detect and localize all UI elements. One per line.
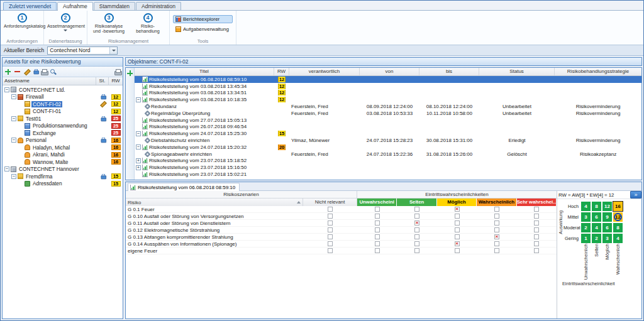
checkbox[interactable] (328, 220, 333, 226)
risk-table-row[interactable]: Risikofeststellung vom 03.08.2018 10:18:… (135, 96, 641, 103)
column-rw[interactable]: RW (109, 77, 123, 85)
scenario-row[interactable]: G 0.13 Abfangen kompromittierender Strah… (126, 234, 557, 241)
risk-table-row[interactable]: Risikofeststellung vom 27.07.2018 15:05:… (135, 117, 641, 124)
checkbox[interactable] (534, 214, 539, 219)
column-nicht-relevant[interactable]: Nicht relevant (303, 199, 357, 206)
search-icon[interactable] (50, 68, 56, 75)
risikoanalyse-button[interactable]: 3 Risikoanalyse und -bewertung (91, 13, 127, 37)
asset-tree-row[interactable]: CONTECHNET Ltd. (3, 86, 123, 94)
checkbox[interactable] (534, 207, 539, 212)
risk-table-row[interactable]: Risikofeststellung vom 24.07.2018 15:20:… (135, 144, 641, 151)
checkbox[interactable] (494, 248, 499, 253)
combo-dropdown-button[interactable] (109, 47, 117, 54)
checkbox[interactable] (375, 248, 380, 253)
asset-tree-row[interactable]: CONT-FI-0112 (3, 108, 123, 116)
tab-zuletzt-verwendet[interactable]: Zuletzt verwendet (3, 2, 57, 11)
risk-table-row[interactable]: Risikofeststellung vom 23.07.2018 15:16:… (135, 164, 641, 171)
column-moeglich[interactable]: Möglich (437, 199, 477, 206)
assetmanagement-button[interactable]: 2 Assetmanagement (47, 13, 84, 37)
checkbox[interactable] (414, 227, 419, 232)
checkbox[interactable] (375, 227, 380, 232)
add-icon[interactable] (126, 70, 133, 77)
matrix-cell[interactable]: 6 (591, 212, 602, 222)
matrix-cell[interactable]: 16 (613, 201, 623, 212)
checkbox[interactable] (328, 227, 333, 232)
checkbox[interactable] (328, 214, 333, 219)
checkbox[interactable] (455, 241, 460, 246)
column-selten[interactable]: Selten (397, 199, 436, 206)
risk-table-row[interactable]: Spionageabwehr einrichtenFeuerstein, Fre… (135, 151, 641, 158)
lock-icon[interactable] (33, 69, 38, 75)
checkbox[interactable] (414, 234, 419, 239)
anforderungskatalog-button[interactable]: 1 Anforderungskatalog (4, 13, 40, 37)
tab-stammdaten[interactable]: Stammdaten (94, 2, 135, 11)
matrix-cell[interactable]: 4 (580, 201, 591, 212)
asset-tree-row[interactable]: Exchange25 (3, 129, 123, 137)
risk-table-row[interactable]: Risikofeststellung vom 26.07.2018 09:46:… (135, 124, 641, 131)
column-bis[interactable]: bis (419, 68, 479, 75)
risk-table-row[interactable]: Risikofeststellung vom 23.07.2018 15:02:… (135, 171, 641, 178)
matrix-cell[interactable]: 3 (580, 212, 591, 222)
asset-tree-row[interactable]: Personal16 (3, 137, 123, 144)
checkbox[interactable] (414, 220, 419, 226)
checkbox[interactable] (414, 214, 419, 219)
checkbox[interactable] (328, 241, 333, 246)
area-combobox[interactable]: Contechnet Nord (47, 46, 118, 55)
tab-administration[interactable]: Administration (136, 2, 181, 11)
column-unwahrscheinlich[interactable]: Unwahrscheinl (357, 199, 397, 206)
checkbox[interactable] (455, 234, 460, 239)
scenario-row[interactable]: G 0.10 Ausfall oder Störung von Versorgu… (126, 213, 557, 220)
risk-table-row[interactable]: Risikofeststellung vom 03.08.2018 13:45:… (135, 83, 641, 90)
asset-tree-row[interactable]: CONTECHNET Hannover (3, 166, 123, 173)
expander-icon[interactable] (136, 165, 141, 170)
print-icon[interactable] (41, 69, 47, 75)
matrix-cell[interactable]: 6 (602, 222, 613, 233)
risk-table-row[interactable]: Risikofeststellung vom 23.07.2018 15:18:… (135, 158, 641, 165)
matrix-cell[interactable]: 4 (591, 222, 602, 233)
risikobehandlung-button[interactable]: 4 Risiko-behandlung (130, 13, 166, 37)
expander-icon[interactable] (4, 166, 9, 171)
berichteexplorer-button[interactable]: Berichteexplorer (173, 15, 233, 23)
expander-icon[interactable] (136, 158, 141, 163)
checkbox[interactable] (455, 220, 460, 226)
column-st[interactable]: St. (96, 77, 109, 85)
checkbox[interactable] (414, 241, 419, 246)
asset-tree-row[interactable]: Test0125 (3, 115, 123, 122)
column-sehr-wahrscheinlich[interactable]: Sehr wahrschei... (517, 199, 557, 206)
risk-table-row[interactable]: Regelmäßige ÜberprüfungFeuerstein, Fred0… (135, 110, 641, 117)
checkbox[interactable] (534, 234, 539, 239)
checkbox[interactable] (494, 227, 499, 232)
checkbox[interactable] (534, 248, 539, 253)
expand-matrix-button[interactable]: » (630, 191, 641, 199)
checkbox[interactable] (414, 248, 419, 253)
expander-icon[interactable] (136, 131, 141, 136)
delete-icon[interactable] (14, 68, 21, 75)
expander-icon[interactable] (136, 144, 141, 150)
column-titel[interactable]: Titel (135, 68, 274, 75)
checkbox[interactable] (375, 220, 380, 226)
checkbox[interactable] (534, 227, 539, 232)
asset-tree-row[interactable]: Haladyn, Michal16 (3, 144, 123, 151)
asset-tree-row[interactable]: CONT-FI-0212 (3, 101, 123, 108)
scenario-row[interactable]: G 0.14 Ausspähen von Informationen (Spio… (126, 241, 557, 248)
matrix-cell[interactable]: 2 (580, 222, 591, 233)
checkbox[interactable] (534, 241, 539, 246)
asset-tree-row[interactable]: Adressdaten15 (3, 180, 123, 188)
expander-icon[interactable] (4, 87, 9, 92)
print-icon[interactable] (114, 69, 121, 75)
scenario-row[interactable]: G 0.1 Feuer (126, 206, 557, 213)
matrix-cell[interactable]: 9 (602, 212, 613, 222)
matrix-cell[interactable]: 2 (591, 233, 602, 244)
asset-tree-row[interactable]: Akrani, Mahdi16 (3, 151, 123, 159)
checkbox[interactable] (455, 214, 460, 219)
detail-tab[interactable]: Risikofeststellung vom 06.08.2018 08:59:… (128, 183, 240, 191)
checkbox[interactable] (375, 234, 380, 239)
checkbox[interactable] (375, 214, 380, 219)
risk-table-row[interactable]: Risikofeststellung vom 06.08.2018 08:59:… (135, 76, 641, 83)
aufgabenverwaltung-button[interactable]: Aufgabenverwaltung (173, 25, 233, 33)
asset-tree-row[interactable]: Firewall12 (3, 94, 123, 101)
checkbox[interactable] (375, 241, 380, 246)
column-status[interactable]: Status (479, 68, 555, 75)
checkbox[interactable] (494, 214, 499, 219)
expander-icon[interactable] (11, 116, 16, 121)
